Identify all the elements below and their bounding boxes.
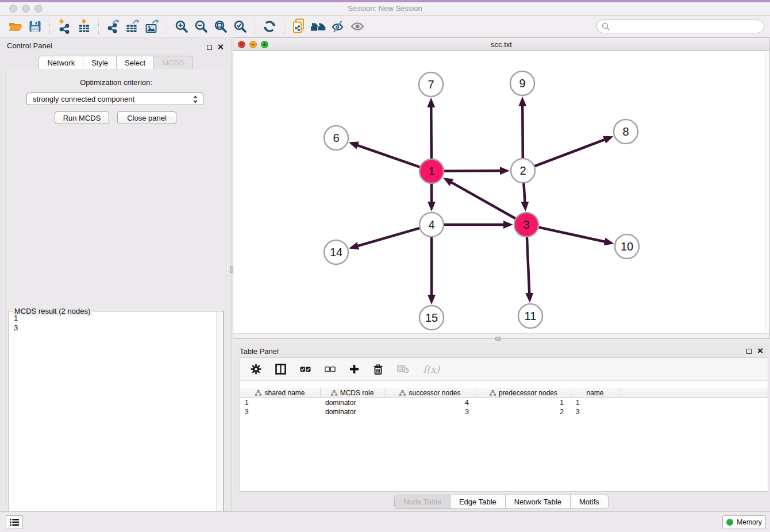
criterion-select[interactable]: strongly connected component [26,92,203,105]
memory-button[interactable]: Memory [722,515,766,529]
tab-motifs[interactable]: Motifs [571,495,608,508]
export-image-button[interactable] [143,18,162,35]
table-cell[interactable]: dominator [321,407,384,417]
graph-edge-3-10[interactable] [538,228,605,242]
table-settings-button[interactable] [251,364,261,375]
column-header-predecessor-nodes[interactable]: predecessor nodes [476,388,571,398]
graph-edge-2-9[interactable] [522,106,523,158]
table-cell[interactable]: 3 [384,407,476,417]
mcds-panel: Optimization criterion: strongly connect… [5,69,228,507]
table-panel-close-button[interactable] [757,346,763,356]
toolbar-separator [284,19,284,34]
unselect-all-icon [325,366,336,373]
table-cell[interactable]: 1 [240,398,321,407]
network-window-titlebar[interactable]: × − + scc.txt [233,38,769,51]
zoom-fit-button[interactable] [211,18,230,35]
run-mcds-button[interactable]: Run MCDS [55,111,109,124]
zoom-in-button[interactable] [172,18,191,35]
table-cell[interactable]: 2 [476,407,571,417]
table-cell[interactable]: 3 [240,407,321,417]
select-all-rows-button[interactable] [300,366,311,373]
zoom-in-icon [175,20,188,33]
tab-edge-table[interactable]: Edge Table [451,495,506,508]
graph-edge-2-8[interactable] [535,140,605,166]
function-builder-button[interactable]: f(x) [423,364,440,375]
toolbar-separator [255,19,255,34]
graph-edge-1-2[interactable] [444,171,500,171]
node-table-container: f(x) shared name MCDS role successor [240,357,768,492]
graph-edge-2-3[interactable] [523,183,525,202]
graph-edge-1-6[interactable] [357,145,419,167]
zoom-out-icon [194,20,208,33]
create-column-button[interactable] [349,364,359,374]
delete-column-button[interactable] [373,364,383,375]
result-scrollbar[interactable] [216,312,222,522]
export-table-button[interactable] [123,18,143,35]
show-graphics-button[interactable] [348,18,367,35]
table-row[interactable]: 1dominator411 [240,398,768,407]
network-horizontal-scrollbar[interactable] [233,333,769,338]
import-table-icon [77,18,91,34]
show-columns-button[interactable] [275,364,286,375]
select-stepper-icon [193,95,198,104]
table-panel-title: Table Panel [240,347,279,356]
table-cell[interactable]: 1 [476,398,571,407]
table-cell[interactable]: 1 [571,398,619,407]
close-icon [217,44,224,50]
hide-graphics-button[interactable] [328,18,348,35]
save-session-button[interactable] [25,18,45,35]
table-cell[interactable]: dominator [321,398,384,407]
graph-edge-4-14[interactable] [357,228,419,246]
close-panel-button[interactable]: Close panel [117,111,176,124]
application-window: Session: New Session [0,0,770,532]
tab-style[interactable]: Style [83,56,116,70]
deselect-all-rows-button[interactable] [325,366,336,373]
network-annotation-button[interactable] [289,18,309,35]
tab-mcds[interactable]: MCDS [153,56,192,70]
import-network-icon [57,18,71,34]
table-cell[interactable]: 3 [571,407,619,417]
search-input[interactable] [596,20,764,33]
delete-table-button[interactable] [397,365,409,373]
tab-network-table[interactable]: Network Table [506,495,571,508]
control-panel-float-button[interactable] [207,42,212,52]
horizontal-splitter-handle[interactable] [495,337,501,341]
status-bar: Memory [0,511,770,532]
table-row[interactable]: 3dominator323 [240,407,768,417]
refresh-button[interactable] [260,18,279,35]
columns-icon [275,364,286,375]
network-graph[interactable]: 7968124314101511 [233,51,769,334]
toolbar-separator [98,19,99,34]
network-canvas[interactable]: 7968124314101511 [233,51,769,334]
table-body[interactable]: 1dominator4113dominator323 [240,398,768,417]
task-history-button[interactable] [6,515,23,529]
delete-table-icon [397,365,409,373]
mcds-result-list[interactable]: 13 [9,313,213,333]
export-network-button[interactable] [103,18,123,35]
memory-status-icon [726,519,733,526]
list-icon [10,518,19,526]
import-table-button[interactable] [74,18,94,35]
column-header-name[interactable]: name [571,388,619,398]
home-button[interactable] [309,18,328,35]
graph-edge-3-11[interactable] [527,237,529,294]
column-header-shared-name[interactable]: shared name [240,388,321,398]
network-vertical-scrollbar[interactable] [765,51,769,334]
open-file-button[interactable] [6,18,25,35]
tab-network[interactable]: Network [38,56,83,70]
graph-edge-1-7[interactable] [431,107,432,159]
table-panel-float-button[interactable] [746,346,752,356]
table-cell-filler [619,398,768,407]
column-header-mcds-role[interactable]: MCDS role [321,388,384,398]
select-all-icon [300,366,311,373]
tab-node-table[interactable]: Node Table [395,495,451,508]
zoom-out-button[interactable] [191,18,211,35]
control-panel-close-button[interactable] [217,42,224,52]
column-header-successor-nodes[interactable]: successor nodes [384,388,476,398]
zoom-selected-button[interactable] [230,18,250,35]
import-network-button[interactable] [55,18,74,35]
search-icon [602,22,610,31]
graph-edge-3-1[interactable] [451,182,515,218]
table-cell[interactable]: 4 [384,398,476,407]
tab-select[interactable]: Select [116,56,153,70]
